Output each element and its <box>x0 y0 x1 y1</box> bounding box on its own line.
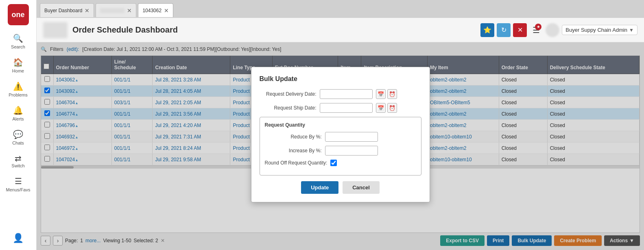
sidebar-item-menusfavs[interactable]: ☰ Menus/Favs <box>0 172 36 196</box>
tab-middle[interactable]: ✕ <box>96 3 136 17</box>
increase-by-input[interactable] <box>325 146 378 156</box>
sidebar-item-label: Home <box>12 68 24 73</box>
request-delivery-date-field: Request Delivery Date: 📅 ⏰ <box>260 89 421 99</box>
close-button[interactable]: ✕ <box>513 23 527 37</box>
round-off-field: Round Off Request Quantity: <box>265 160 416 166</box>
chat-icon: 💬 <box>13 129 23 139</box>
calendar-ship-icon-button[interactable]: 📅 <box>376 103 386 113</box>
modal-update-button[interactable]: Update <box>301 181 338 194</box>
switch-icon: ⇄ <box>15 154 22 163</box>
user-avatar-icon: 👤 <box>13 233 24 243</box>
tab-label: 1043062 <box>142 8 162 13</box>
date-field-icons: 📅 ⏰ <box>376 89 397 99</box>
clock-icon-button[interactable]: ⏰ <box>387 89 397 99</box>
notification-badge: ★ <box>535 24 541 30</box>
modal-cancel-button[interactable]: Cancel <box>343 181 380 194</box>
sidebar-item-label: Switch <box>11 163 24 168</box>
tab-close-icon[interactable]: ✕ <box>127 8 132 13</box>
sidebar-item-label: Problems <box>9 92 27 97</box>
search-icon: 🔍 <box>13 33 23 43</box>
sidebar-item-problems[interactable]: ⚠️ Problems <box>0 77 36 101</box>
company-logo <box>43 22 68 38</box>
tab-label <box>100 8 124 13</box>
tab-buyer-dashboard[interactable]: Buyer Dashboard ✕ <box>40 3 94 17</box>
sidebar: one 🔍 Search 🏠 Home ⚠️ Problems 🔔 Alerts… <box>0 0 37 250</box>
sidebar-item-label: Alerts <box>12 116 24 121</box>
notification-button[interactable]: ☰ ★ <box>533 25 540 35</box>
sidebar-item-label: Chats <box>12 140 24 145</box>
content-area: 🔍 Filters (edit): [Creation Date: Jul 1,… <box>37 42 644 250</box>
app-logo[interactable]: one <box>8 4 29 25</box>
request-delivery-date-label: Request Delivery Date: <box>260 91 317 97</box>
menu-icon: ☰ <box>15 176 22 186</box>
request-delivery-date-input[interactable] <box>320 89 373 99</box>
sidebar-item-switch[interactable]: ⇄ Switch <box>0 149 36 172</box>
star-button[interactable]: ⭐ <box>480 23 494 37</box>
sidebar-item-alerts[interactable]: 🔔 Alerts <box>0 101 36 125</box>
round-off-checkbox[interactable] <box>330 160 337 166</box>
sidebar-item-avatar[interactable]: 👤 <box>0 229 36 250</box>
sidebar-item-label: Menus/Favs <box>6 187 31 192</box>
reduce-by-input[interactable] <box>325 132 378 142</box>
increase-by-label: Increase By %: <box>265 148 322 154</box>
request-ship-date-field: Request Ship Date: 📅 ⏰ <box>260 103 421 113</box>
request-quantity-label: Request Quantity <box>265 122 416 128</box>
dropdown-arrow-icon: ▼ <box>629 27 634 33</box>
tabs-bar: Buyer Dashboard ✕ ✕ 1043062 ✕ <box>37 0 644 18</box>
header-icons: ⭐ ↻ ✕ ☰ ★ Buyer Suppy Chain Admin ▼ <box>480 23 637 37</box>
bell-icon: 🔔 <box>13 105 23 115</box>
modal-overlay: Bulk Update Request Delivery Date: 📅 ⏰ R… <box>37 42 644 250</box>
tab-close-icon[interactable]: ✕ <box>85 8 90 13</box>
user-dropdown[interactable]: Buyer Suppy Chain Admin ▼ <box>562 25 637 35</box>
ship-date-field-icons: 📅 ⏰ <box>376 103 397 113</box>
sidebar-item-search[interactable]: 🔍 Search <box>0 29 36 53</box>
sidebar-item-chats[interactable]: 💬 Chats <box>0 125 36 149</box>
round-off-label: Round Off Request Quantity: <box>265 160 327 166</box>
reduce-by-label: Reduce By %: <box>265 134 322 140</box>
request-ship-date-input[interactable] <box>320 103 373 113</box>
clock-ship-icon-button[interactable]: ⏰ <box>387 103 397 113</box>
warning-icon: ⚠️ <box>13 81 23 91</box>
tab-close-icon[interactable]: ✕ <box>164 8 169 13</box>
header-bar: Order Schedule Dashboard ⭐ ↻ ✕ ☰ ★ Buyer… <box>37 18 644 42</box>
sidebar-item-home[interactable]: 🏠 Home <box>0 53 36 77</box>
request-quantity-group: Request Quantity Reduce By %: Increase B… <box>260 117 421 175</box>
reduce-by-field: Reduce By %: <box>265 132 416 142</box>
home-icon: 🏠 <box>13 57 23 67</box>
bulk-update-modal: Bulk Update Request Delivery Date: 📅 ⏰ R… <box>251 67 430 202</box>
tab-label: Buyer Dashboard <box>44 8 82 13</box>
sidebar-item-label: Search <box>11 44 25 49</box>
user-role-label: Buyer Suppy Chain Admin <box>565 27 627 33</box>
tab-1043062[interactable]: 1043062 ✕ <box>138 3 173 17</box>
request-ship-date-label: Request Ship Date: <box>260 105 317 111</box>
modal-footer: Update Cancel <box>260 181 421 194</box>
page-title: Order Schedule Dashboard <box>72 25 476 35</box>
user-avatar <box>546 23 559 37</box>
calendar-icon-button[interactable]: 📅 <box>376 89 386 99</box>
modal-title: Bulk Update <box>260 75 421 83</box>
main-area: Buyer Dashboard ✕ ✕ 1043062 ✕ Order Sche… <box>37 0 644 250</box>
refresh-button[interactable]: ↻ <box>497 23 511 37</box>
increase-by-field: Increase By %: <box>265 146 416 156</box>
